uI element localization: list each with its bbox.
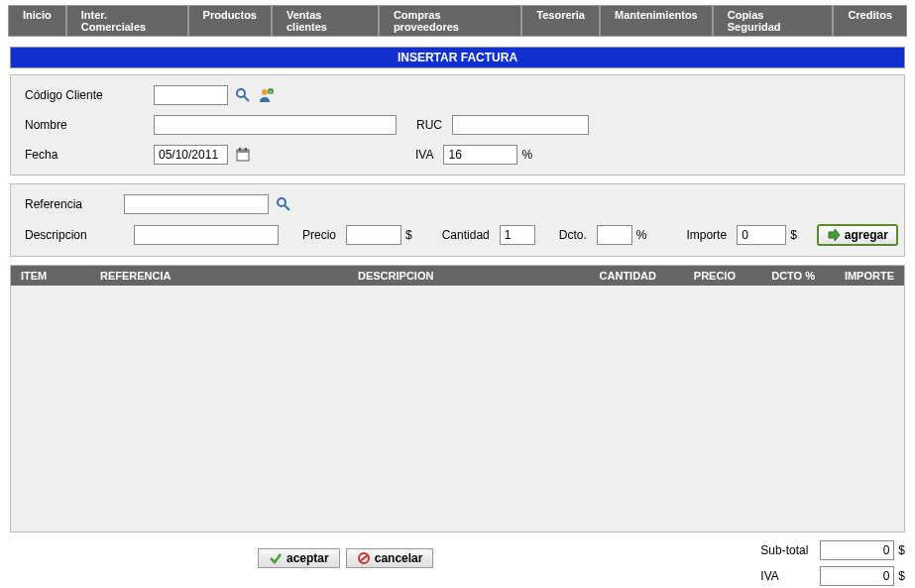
- check-icon: [269, 551, 283, 565]
- svg-point-9: [278, 198, 286, 206]
- importe-label: Importe: [686, 228, 727, 242]
- subtotal-value: [820, 540, 894, 560]
- footer: aceptar cancelar Sub-total $ IVA $ Preci…: [10, 540, 905, 588]
- menu-copias-seguridad[interactable]: Copias Seguridad: [713, 5, 834, 37]
- cantidad-label: Cantidad: [442, 228, 490, 242]
- svg-rect-6: [237, 150, 249, 153]
- nombre-label: Nombre: [25, 118, 154, 132]
- cancel-icon: [357, 551, 371, 565]
- svg-line-10: [285, 205, 289, 210]
- fecha-label: Fecha: [25, 148, 154, 162]
- descripcion-input[interactable]: [134, 225, 279, 245]
- importe-unit: $: [790, 228, 797, 242]
- menu-creditos[interactable]: Creditos: [833, 5, 907, 37]
- nombre-input[interactable]: [154, 115, 397, 135]
- agregar-label: agregar: [845, 228, 888, 242]
- col-item: ITEM: [21, 270, 100, 282]
- svg-point-0: [237, 89, 245, 97]
- menu-compras-proveedores[interactable]: Compras proveedores: [379, 5, 521, 37]
- fecha-input[interactable]: [154, 145, 228, 165]
- iva-total-value: [820, 566, 894, 586]
- menu-ventas-clientes[interactable]: Ventas clientes: [272, 5, 379, 37]
- totals-panel: Sub-total $ IVA $ Precio Total $: [760, 540, 905, 588]
- svg-line-12: [360, 555, 368, 561]
- iva-currency: $: [898, 569, 905, 583]
- search-icon[interactable]: [234, 86, 252, 104]
- add-arrow-icon: [827, 228, 841, 242]
- subtotal-label: Sub-total: [760, 543, 820, 557]
- descripcion-label: Descripcion: [25, 228, 124, 242]
- precio-label: Precio: [302, 228, 336, 242]
- dcto-label: Dcto.: [559, 228, 587, 242]
- iva-label: IVA: [415, 148, 433, 162]
- iva-unit: %: [521, 148, 532, 162]
- table-header: ITEM REFERENCIA DESCRIPCION CANTIDAD PRE…: [11, 266, 904, 286]
- col-precio: PRECIO: [656, 270, 736, 282]
- cantidad-input[interactable]: [500, 225, 535, 245]
- menu-productos[interactable]: Productos: [188, 5, 272, 37]
- svg-text:+: +: [270, 88, 273, 94]
- dcto-input[interactable]: [597, 225, 632, 245]
- menu-tesoreria[interactable]: Tesoreria: [521, 5, 600, 37]
- subtotal-currency: $: [898, 543, 905, 557]
- importe-input[interactable]: [737, 225, 786, 245]
- dcto-unit: %: [636, 228, 647, 242]
- agregar-button[interactable]: agregar: [817, 224, 898, 246]
- iva-total-label: IVA: [760, 569, 820, 583]
- page-title: INSERTAR FACTURA: [10, 47, 905, 68]
- menu-mantenimientos[interactable]: Mantenimientos: [600, 5, 713, 37]
- col-dcto: DCTO %: [736, 270, 815, 282]
- aceptar-button[interactable]: aceptar: [258, 548, 340, 568]
- precio-unit: $: [405, 228, 412, 242]
- cancelar-label: cancelar: [375, 551, 423, 565]
- precio-input[interactable]: [346, 225, 401, 245]
- items-table: ITEM REFERENCIA DESCRIPCION CANTIDAD PRE…: [10, 265, 905, 532]
- iva-input[interactable]: [443, 145, 517, 165]
- svg-rect-8: [245, 148, 247, 151]
- referencia-label: Referencia: [25, 197, 124, 211]
- calendar-icon[interactable]: [234, 146, 252, 164]
- svg-rect-7: [239, 148, 241, 151]
- add-user-icon[interactable]: +: [258, 86, 276, 104]
- ruc-label: RUC: [416, 118, 442, 132]
- table-body: [11, 286, 904, 531]
- aceptar-label: aceptar: [286, 551, 329, 565]
- customer-panel: Código Cliente + Nombre RUC Fecha IVA %: [10, 74, 905, 176]
- col-referencia: REFERENCIA: [100, 270, 358, 282]
- svg-point-2: [262, 89, 268, 95]
- referencia-input[interactable]: [124, 194, 269, 214]
- cancelar-button[interactable]: cancelar: [346, 548, 434, 568]
- search-referencia-icon[interactable]: [275, 195, 292, 213]
- menu-inicio[interactable]: Inicio: [8, 5, 66, 37]
- col-importe: IMPORTE: [815, 270, 894, 282]
- line-entry-panel: Referencia Descripcion Precio $ Cantidad…: [10, 183, 905, 257]
- col-cantidad: CANTIDAD: [577, 270, 656, 282]
- svg-line-1: [244, 96, 249, 101]
- codigo-cliente-label: Código Cliente: [25, 88, 154, 102]
- codigo-cliente-input[interactable]: [154, 85, 228, 105]
- col-descripcion: DESCRIPCION: [358, 270, 577, 282]
- menu-inter-comerciales[interactable]: Inter. Comerciales: [66, 5, 188, 37]
- ruc-input[interactable]: [452, 115, 589, 135]
- menubar: Inicio Inter. Comerciales Productos Vent…: [8, 5, 907, 37]
